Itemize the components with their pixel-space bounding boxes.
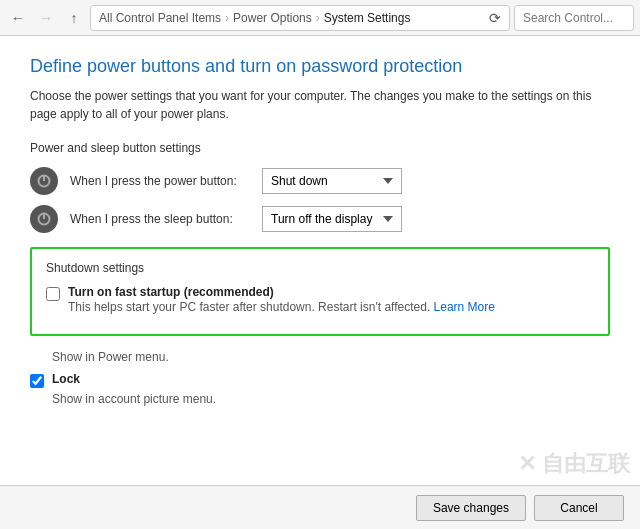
search-input[interactable] [514,5,634,31]
breadcrumb-1[interactable]: All Control Panel Items [99,11,221,25]
page-description: Choose the power settings that you want … [30,87,610,123]
fast-startup-row: Turn on fast startup (recommended) This … [46,285,594,316]
sleep-icon [30,205,58,233]
breadcrumb-3: System Settings [324,11,411,25]
back-button[interactable]: ← [6,6,30,30]
address-bar: All Control Panel Items › Power Options … [90,5,510,31]
power-icon [30,167,58,195]
main-content: Define power buttons and turn on passwor… [0,36,640,485]
breadcrumb-2[interactable]: Power Options [233,11,312,25]
forward-button[interactable]: → [34,6,58,30]
sleep-show-in-menu-label: Show in Power menu. [52,350,610,364]
footer: Save changes Cancel [0,485,640,529]
power-button-dropdown[interactable]: Shut down Do nothing Sleep Hibernate Tur… [262,168,402,194]
refresh-button[interactable]: ⟳ [489,10,501,26]
learn-more-link[interactable]: Learn More [434,300,495,314]
sleep-button-label: When I press the sleep button: [70,212,250,226]
fast-startup-labels: Turn on fast startup (recommended) This … [68,285,495,316]
up-button[interactable]: ↑ [62,6,86,30]
lock-main-label: Lock [52,372,80,386]
fast-startup-main-label: Turn on fast startup (recommended) [68,285,495,299]
save-changes-button[interactable]: Save changes [416,495,526,521]
sleep-button-row: When I press the sleep button: Turn off … [30,205,610,233]
lock-desc-label: Show in account picture menu. [52,392,610,406]
power-button-label: When I press the power button: [70,174,250,188]
shutdown-settings-legend: Shutdown settings [46,261,594,275]
sleep-button-dropdown[interactable]: Turn off the display Do nothing Sleep Hi… [262,206,402,232]
section-label: Power and sleep button settings [30,141,610,155]
breadcrumb-separator-2: › [316,11,320,25]
page-title: Define power buttons and turn on passwor… [30,56,610,77]
title-bar: ← → ↑ All Control Panel Items › Power Op… [0,0,640,36]
cancel-button[interactable]: Cancel [534,495,624,521]
fast-startup-checkbox[interactable] [46,287,60,301]
lock-checkbox[interactable] [30,374,44,388]
shutdown-settings-box: Shutdown settings Turn on fast startup (… [30,247,610,336]
lock-row: Lock [30,372,610,388]
breadcrumb-separator-1: › [225,11,229,25]
power-button-row: When I press the power button: Shut down… [30,167,610,195]
fast-startup-desc-label: This helps start your PC faster after sh… [68,299,495,316]
